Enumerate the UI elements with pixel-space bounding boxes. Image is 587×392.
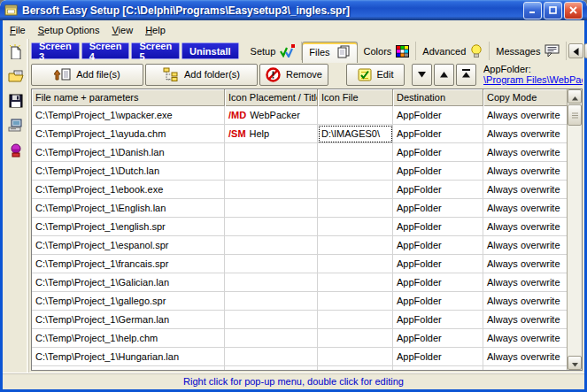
cell-icon-file[interactable] (318, 348, 393, 366)
cell-copy-mode[interactable]: Always overwrite (483, 199, 567, 218)
cell-file-name[interactable]: C:\Temp\Project_1\Galician.lan (32, 273, 225, 292)
scroll-down-button[interactable] (568, 356, 582, 370)
cell-icon-placement[interactable]: /SMHelp (225, 125, 318, 143)
tab-colors[interactable]: Colors (358, 42, 417, 60)
move-up-button[interactable] (434, 64, 454, 86)
cell-icon-placement[interactable] (225, 218, 318, 236)
cell-icon-placement[interactable] (225, 181, 318, 199)
cell-destination[interactable]: AppFolder (393, 348, 483, 366)
cell-file-name[interactable]: C:\Temp\Project_1\Hungarian.lan (32, 348, 225, 366)
cell-icon-file[interactable] (318, 218, 393, 236)
add-folder-s-button[interactable]: Add folder(s) (145, 64, 258, 86)
cell-destination[interactable]: AppFolder (393, 273, 483, 292)
cell-icon-file[interactable] (318, 292, 393, 311)
cell-icon-file[interactable] (318, 236, 393, 255)
appfolder-link[interactable]: \Program Files\WebPacker (483, 74, 583, 85)
cell-file-name[interactable]: C:\Temp\Project_1\francais.spr (32, 255, 225, 273)
cell-file-name[interactable]: C:\Temp\Project_1\ebook.exe (32, 181, 225, 199)
cell-file-name[interactable]: C:\Temp\Project_1\German.lan (32, 311, 225, 329)
menu-help[interactable]: Help (139, 22, 172, 38)
cell-icon-file[interactable] (318, 143, 393, 162)
cell-copy-mode[interactable]: Always overwrite (483, 292, 567, 311)
menu-view[interactable]: View (105, 22, 139, 38)
cell-icon-file[interactable] (318, 199, 393, 218)
cell-copy-mode[interactable]: Always overwrite (483, 348, 567, 366)
cell-icon-placement[interactable] (225, 199, 318, 218)
column-header-destination[interactable]: Destination (393, 89, 483, 106)
cell-destination[interactable]: AppFolder (393, 236, 483, 255)
minimize-button[interactable] (523, 2, 542, 19)
cell-file-name[interactable]: C:\Temp\Project_1\gallego.spr (32, 292, 225, 311)
cell-copy-mode[interactable]: Always overwrite (483, 143, 567, 162)
edit-button[interactable]: Edit (346, 64, 405, 86)
cell-icon-file[interactable] (318, 162, 393, 181)
cell-icon-placement[interactable] (225, 143, 318, 162)
cell-destination[interactable]: AppFolder (393, 255, 483, 273)
cell-destination[interactable]: AppFolder (393, 106, 483, 125)
cell-file-name[interactable]: C:\Temp\Project_1\ayuda.chm (32, 125, 225, 143)
column-header-file-name-parameters[interactable]: File name + parameters (32, 89, 225, 106)
tab-files[interactable]: Files (302, 42, 357, 63)
scroll-up-button[interactable] (568, 89, 582, 104)
cell-icon-placement[interactable] (225, 348, 318, 366)
tab-button-screen-5[interactable]: Screen 5 (131, 42, 180, 59)
save-button[interactable] (5, 93, 27, 112)
new-file-button[interactable] (5, 43, 27, 63)
cell-icon-file[interactable] (318, 273, 393, 292)
tab-button-screen-4[interactable]: Screen 4 (81, 42, 130, 59)
cell-icon-placement[interactable] (225, 255, 318, 273)
cell-file-name[interactable]: C:\Temp\Project_1\help.chm (32, 329, 225, 348)
cell-copy-mode[interactable]: Always overwrite (483, 125, 567, 143)
cell-destination[interactable]: AppFolder (393, 292, 483, 311)
cell-icon-placement[interactable] (225, 162, 318, 181)
cell-file-name[interactable]: C:\Temp\Project_1\Dutch.lan (32, 162, 225, 181)
cell-copy-mode[interactable]: Always overwrite (483, 106, 567, 125)
tab-messages[interactable]: Messages (490, 42, 567, 60)
maximize-button[interactable] (544, 2, 562, 19)
cell-destination[interactable]: AppFolder (393, 162, 483, 181)
cell-copy-mode[interactable]: Always overwrite (483, 273, 567, 292)
menu-file[interactable]: File (4, 22, 32, 38)
cell-copy-mode[interactable]: Always overwrite (483, 255, 567, 273)
move-down-button[interactable] (412, 64, 432, 86)
cell-copy-mode[interactable]: Always overwrite (483, 311, 567, 329)
cell-destination[interactable]: AppFolder (393, 311, 483, 329)
cell-copy-mode[interactable]: Always overwrite (483, 236, 567, 255)
scrollbar-thumb[interactable] (568, 104, 582, 126)
cell-destination[interactable]: AppFolder (393, 125, 483, 143)
close-button[interactable] (564, 2, 583, 19)
cell-icon-file[interactable] (318, 181, 393, 199)
vertical-scrollbar[interactable] (567, 89, 582, 370)
cell-destination[interactable]: AppFolder (393, 143, 483, 162)
tab-setup[interactable]: Setup (244, 42, 303, 60)
column-header-copy-mode[interactable]: Copy Mode (483, 89, 567, 106)
cell-icon-file[interactable] (318, 255, 393, 273)
cell-icon-placement[interactable] (225, 329, 318, 348)
cell-copy-mode[interactable]: Always overwrite (483, 329, 567, 348)
cell-destination[interactable]: AppFolder (393, 181, 483, 199)
tab-button-screen-3[interactable]: Screen 3 (31, 42, 80, 59)
cell-file-name[interactable]: C:\Temp\Project_1\english.spr (32, 218, 225, 236)
run-button[interactable] (5, 142, 27, 162)
cell-destination[interactable]: AppFolder (393, 329, 483, 348)
cell-icon-file[interactable] (318, 311, 393, 329)
cell-icon-placement[interactable] (225, 273, 318, 292)
cell-icon-placement[interactable] (225, 292, 318, 311)
cell-file-name[interactable]: C:\Temp\Project_1\Danish.lan (32, 143, 225, 162)
move-top-button[interactable] (456, 64, 476, 86)
cell-icon-file[interactable]: D:\IMAGES0\ (318, 125, 393, 143)
cell-destination[interactable]: AppFolder (393, 199, 483, 218)
cell-file-name[interactable]: C:\Temp\Project_1\English.lan (32, 199, 225, 218)
cell-copy-mode[interactable]: Always overwrite (483, 181, 567, 199)
cell-icon-file[interactable] (318, 106, 393, 125)
open-file-button[interactable] (5, 68, 27, 88)
tab-advanced[interactable]: Advanced (416, 42, 490, 60)
cell-icon-placement[interactable] (225, 236, 318, 255)
cell-icon-placement[interactable]: /MDWebPacker (225, 106, 318, 125)
cell-icon-placement[interactable] (225, 311, 318, 329)
remove-button[interactable]: Remove (259, 64, 328, 86)
menu-setup-options[interactable]: Setup Options (32, 22, 106, 38)
titlebar[interactable]: Bersoft Easy Setup [C:\Delphi\Programs\E… (0, 0, 587, 20)
compile-button[interactable] (5, 118, 27, 137)
cell-copy-mode[interactable]: Always overwrite (483, 162, 567, 181)
